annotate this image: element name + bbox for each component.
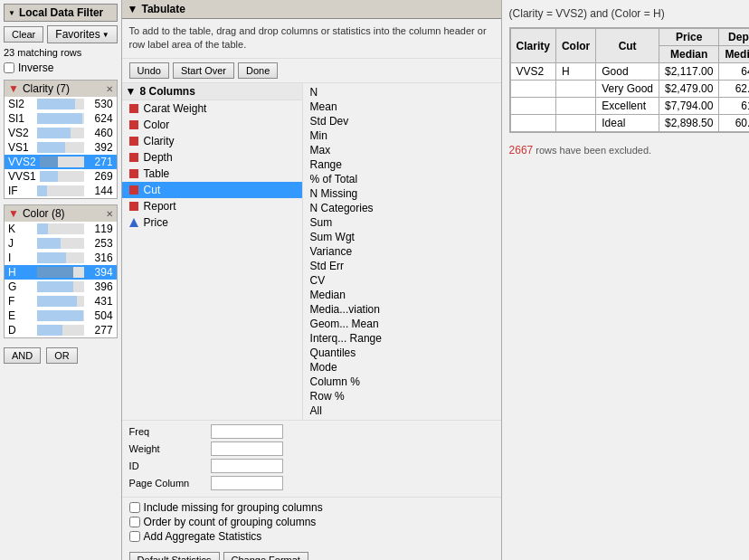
- clarity-item-name: SI2: [8, 98, 33, 110]
- color-item-h[interactable]: H 394: [5, 265, 117, 280]
- clarity-item-name: VVS1: [8, 170, 36, 183]
- clarity-dropdown-icon: ▼: [8, 82, 19, 95]
- stat-item-interq-range[interactable]: Interq... Range: [303, 331, 501, 346]
- clarity-item-vvs2[interactable]: VVS2 271: [5, 155, 117, 169]
- undo-button[interactable]: Undo: [129, 62, 169, 79]
- clarity-item-vvs1[interactable]: VVS1 269: [5, 169, 117, 184]
- column-item-depth[interactable]: Depth: [122, 149, 302, 166]
- color-item-e[interactable]: E 504: [5, 308, 117, 323]
- stat-item-cv[interactable]: CV: [303, 273, 501, 288]
- include-missing-checkbox[interactable]: [129, 502, 140, 513]
- right-side: ▼ Tabulate To add to the table, drag and…: [122, 0, 749, 560]
- stat-item-sum-wgt[interactable]: Sum Wgt: [303, 230, 501, 244]
- add-aggregate-checkbox[interactable]: [129, 531, 140, 542]
- clarity-section-header[interactable]: ▼ Clarity (7) ✕: [5, 81, 117, 97]
- clarity-close-icon[interactable]: ✕: [106, 84, 113, 94]
- id-input[interactable]: [211, 459, 283, 473]
- stat-item-n-categories[interactable]: N Categories: [303, 201, 501, 215]
- stat-item-std-err[interactable]: Std Err: [303, 259, 501, 273]
- clarity-item-vs1[interactable]: VS1 392: [5, 140, 117, 155]
- tabulate-collapse-icon[interactable]: ▼: [128, 3, 138, 15]
- cell-depth-median: 61.6: [719, 98, 749, 115]
- clarity-item-val: 624: [88, 112, 113, 125]
- bottom-buttons: AND OR: [4, 347, 118, 364]
- column-item-color[interactable]: Color: [122, 117, 302, 133]
- color-item-f[interactable]: F 431: [5, 294, 117, 308]
- th-price: Price: [659, 29, 718, 46]
- or-button[interactable]: OR: [46, 347, 78, 364]
- stat-item-n-missing[interactable]: N Missing: [303, 186, 501, 201]
- weight-input[interactable]: [211, 441, 283, 456]
- stat-item-min[interactable]: Min: [303, 128, 501, 143]
- clarity-item-val: 144: [88, 185, 113, 197]
- clarity-section: ▼ Clarity (7) ✕ SI2 530 SI1 624 VS2 460 …: [4, 80, 118, 199]
- column-item-report[interactable]: Report: [122, 198, 302, 214]
- change-format-button[interactable]: Change Format: [223, 552, 308, 560]
- column-name: Price: [144, 216, 168, 229]
- color-item-i[interactable]: I 316: [5, 251, 117, 265]
- stat-item-std-dev[interactable]: Std Dev: [303, 114, 501, 128]
- stat-item-mean[interactable]: Mean: [303, 100, 501, 114]
- default-statistics-button[interactable]: Default Statistics: [129, 552, 220, 560]
- clarity-item-si1[interactable]: SI1 624: [5, 111, 117, 126]
- color-bar-bg: [37, 325, 84, 336]
- freq-label: Freq: [129, 426, 211, 437]
- start-over-button[interactable]: Start Over: [173, 62, 234, 79]
- columns-panel: ▼ 8 Columns Carat WeightColorClarityDept…: [122, 83, 303, 420]
- collapse-icon[interactable]: ▼: [8, 9, 15, 17]
- excluded-count: 2667: [509, 144, 534, 157]
- freq-input[interactable]: [211, 424, 283, 439]
- stat-item-mode[interactable]: Mode: [303, 360, 501, 375]
- page-column-input[interactable]: [211, 476, 283, 490]
- stat-item-max[interactable]: Max: [303, 143, 501, 157]
- clarity-item-si2[interactable]: SI2 530: [5, 97, 117, 111]
- tabulate-title: Tabulate: [141, 3, 185, 15]
- stat-item--of-total[interactable]: % of Total: [303, 172, 501, 186]
- column-name: Carat Weight: [144, 102, 207, 115]
- and-button[interactable]: AND: [4, 347, 41, 364]
- clarity-bar-fill: [37, 185, 47, 196]
- stat-item-all[interactable]: All: [303, 403, 501, 418]
- inverse-checkbox[interactable]: [4, 62, 14, 73]
- stat-item-geom-mean[interactable]: Geom... Mean: [303, 317, 501, 331]
- done-button[interactable]: Done: [238, 62, 278, 79]
- table-row: Excellent $7,794.00 61.6: [510, 98, 749, 115]
- color-bar-bg: [37, 281, 84, 292]
- color-item-g[interactable]: G 396: [5, 280, 117, 294]
- stat-item-sum[interactable]: Sum: [303, 215, 501, 230]
- column-item-cut[interactable]: Cut: [122, 182, 302, 198]
- stat-item-n[interactable]: N: [303, 85, 501, 100]
- clarity-item-vs2[interactable]: VS2 460: [5, 126, 117, 140]
- column-item-clarity[interactable]: Clarity: [122, 133, 302, 149]
- tabulate-toolbar: Undo Start Over Done: [122, 59, 501, 83]
- red-bar-icon: [128, 135, 140, 147]
- color-section-header[interactable]: ▼ Color (8) ✕: [5, 205, 117, 222]
- color-item-d[interactable]: D 277: [5, 323, 117, 337]
- favorites-button[interactable]: Favorites ▼: [47, 25, 117, 43]
- color-item-j[interactable]: J 253: [5, 236, 117, 251]
- stat-item-median[interactable]: Median: [303, 288, 501, 302]
- color-item-name: H: [8, 266, 33, 279]
- color-close-icon[interactable]: ✕: [106, 209, 113, 219]
- stat-item-media-viation[interactable]: Media...viation: [303, 302, 501, 317]
- clarity-item-if[interactable]: IF 144: [5, 184, 117, 198]
- stat-item-row-[interactable]: Row %: [303, 389, 501, 403]
- stat-item-column-[interactable]: Column %: [303, 375, 501, 389]
- stat-item-quantiles[interactable]: Quantiles: [303, 346, 501, 360]
- local-filter-title: Local Data Filter: [19, 6, 103, 19]
- stat-item-range[interactable]: Range: [303, 157, 501, 172]
- clarity-section-title: Clarity (7): [23, 82, 70, 95]
- order-by-count-checkbox[interactable]: [129, 517, 140, 527]
- checkbox3-row: Add Aggregate Statistics: [129, 530, 494, 543]
- clarity-items: SI2 530 SI1 624 VS2 460 VS1 392 VVS2 271…: [5, 97, 117, 198]
- color-bar-fill: [37, 238, 61, 249]
- stat-item-variance[interactable]: Variance: [303, 244, 501, 259]
- clear-button[interactable]: Clear: [4, 26, 43, 43]
- th-price-median: Median: [659, 46, 718, 63]
- color-item-name: I: [8, 252, 33, 264]
- column-item-price[interactable]: Price: [122, 214, 302, 231]
- column-item-table[interactable]: Table: [122, 166, 302, 182]
- color-item-k[interactable]: K 119: [5, 222, 117, 236]
- red-bar-icon: [128, 200, 140, 213]
- column-item-carat-weight[interactable]: Carat Weight: [122, 100, 302, 117]
